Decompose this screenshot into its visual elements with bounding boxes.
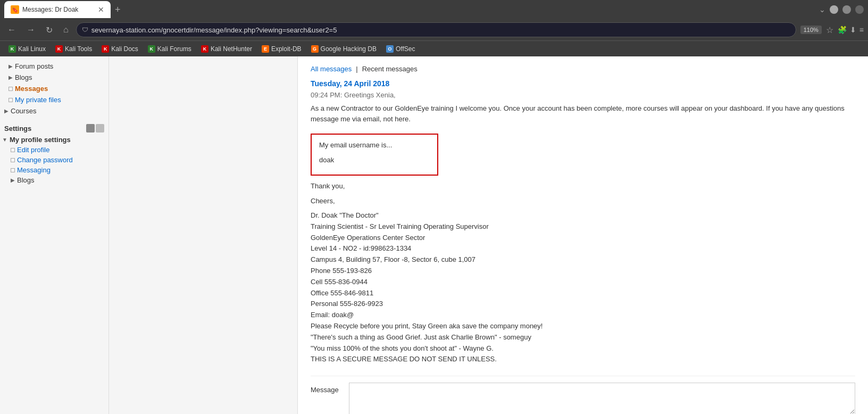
bookmark-label: Kali Linux — [18, 45, 46, 53]
tab-close-icon[interactable]: ✕ — [98, 5, 104, 14]
settings-icon-1[interactable] — [86, 124, 95, 133]
signature-line: Dr. Doak "The Doctor" — [311, 210, 855, 221]
zoom-badge: 110% — [800, 26, 822, 34]
sidebar-item-change-password[interactable]: Change password — [0, 155, 108, 165]
kali-tools-favicon: K — [55, 45, 63, 53]
sidebar-item-courses[interactable]: ▶ Courses — [0, 105, 108, 117]
kali-linux-favicon: K — [9, 45, 16, 53]
sidebar-item-messaging[interactable]: Messaging — [0, 165, 108, 175]
google-hacking-favicon: G — [311, 45, 319, 53]
browser-chrome: 🔖 Messages: Dr Doak ✕ + ⌄ ← → ↻ ⌂ 🛡 seve… — [0, 0, 868, 56]
download-icon[interactable]: ⬇ — [850, 26, 856, 34]
tab-bar-menu[interactable]: ⌄ — [819, 5, 825, 14]
settings-section: Settings — [0, 121, 108, 135]
bookmark-label: Kali NetHunter — [211, 45, 252, 53]
bullet-icon — [11, 158, 15, 162]
change-password-label: Change password — [17, 156, 73, 164]
kali-docs-favicon: K — [102, 45, 109, 53]
reply-label: Message — [311, 383, 343, 394]
bullet-icon — [9, 87, 13, 91]
sidebar-item-label: Courses — [11, 107, 36, 115]
bookmark-label: Kali Docs — [111, 45, 138, 53]
signature-line: Phone 555-193-826 — [311, 266, 855, 277]
sidebar-item-blogs-profile[interactable]: ▶ Blogs — [0, 175, 108, 185]
refresh-button[interactable]: ↻ — [43, 23, 56, 37]
tab-bar: 🔖 Messages: Dr Doak ✕ + ⌄ — [0, 0, 868, 19]
sidebar: ▶ Forum posts ▶ Blogs Messages My privat… — [0, 56, 109, 414]
shield-icon: 🛡 — [82, 26, 88, 34]
signature-line: GoldenEye Operations Center Sector — [311, 233, 855, 244]
profile-icon — [830, 5, 838, 14]
bookmark-offsec[interactable]: O OffSec — [382, 44, 419, 54]
highlighted-email-box: My email username is... doak — [311, 134, 438, 176]
kali-nethunter-favicon: K — [201, 45, 208, 53]
new-tab-button[interactable]: + — [113, 2, 123, 18]
url-text: severnaya-station.com/gnocertdir/message… — [91, 26, 337, 34]
kali-forums-favicon: K — [148, 45, 155, 53]
offsec-favicon: O — [386, 45, 394, 53]
reply-area: Message — [311, 376, 855, 414]
middle-panel — [109, 56, 298, 414]
bookmark-kali-docs[interactable]: K Kali Docs — [97, 44, 143, 54]
sidebar-item-blogs[interactable]: ▶ Blogs — [0, 72, 108, 83]
active-tab[interactable]: 🔖 Messages: Dr Doak ✕ — [4, 1, 111, 18]
nav-right-icons: 🧩 ⬇ ≡ — [838, 26, 864, 34]
all-messages-link[interactable]: All messages — [311, 65, 352, 73]
message-body-1: As a new Contractor to our GoldenEye tra… — [311, 103, 855, 124]
signature-line: THIS IS A SECURE MESSAGE DO NOT SEND IT … — [311, 354, 855, 365]
sidebar-item-forum-posts[interactable]: ▶ Forum posts — [0, 61, 108, 72]
menu-icon[interactable]: ≡ — [859, 26, 864, 34]
settings-icon-2[interactable] — [96, 124, 104, 133]
bookmark-kali-forums[interactable]: K Kali Forums — [144, 44, 196, 54]
signature-line: Personal 555-826-9923 — [311, 299, 855, 310]
message-time: 09:24 PM: — [311, 91, 342, 99]
address-bar[interactable]: 🛡 severnaya-station.com/gnocertdir/messa… — [76, 22, 796, 37]
back-button[interactable]: ← — [4, 23, 19, 37]
blogs-label: Blogs — [17, 176, 35, 184]
bookmark-kali-nethunter[interactable]: K Kali NetHunter — [197, 44, 256, 54]
bookmark-label: Kali Tools — [65, 45, 92, 53]
bookmarks-bar: K Kali Linux K Kali Tools K Kali Docs K … — [0, 40, 868, 56]
tab-favicon: 🔖 — [11, 5, 19, 14]
highlighted-line-1: My email username is... — [319, 140, 430, 151]
home-button[interactable]: ⌂ — [60, 23, 72, 37]
bookmark-kali-tools[interactable]: K Kali Tools — [51, 44, 96, 54]
star-icon[interactable]: ☆ — [826, 25, 833, 35]
signature-line: "You miss 100% of the shots you don't sh… — [311, 343, 855, 354]
message-signature: Dr. Doak "The Doctor"Training Scientist … — [311, 210, 855, 365]
highlighted-line-2: doak — [319, 155, 430, 165]
bookmark-kali-linux[interactable]: K Kali Linux — [4, 44, 50, 54]
sidebar-item-label: My private files — [15, 96, 61, 104]
bookmark-google-hacking-db[interactable]: G Google Hacking DB — [307, 44, 381, 54]
chevron-right-icon: ▶ — [9, 74, 13, 80]
extensions-icon[interactable]: 🧩 — [838, 26, 847, 34]
sidebar-item-messages[interactable]: Messages — [0, 83, 108, 94]
signature-line: Level 14 - NO2 - id:998623-1334 — [311, 243, 855, 254]
window-min — [855, 5, 864, 14]
reply-textarea[interactable] — [349, 383, 855, 414]
edit-profile-label: Edit profile — [17, 146, 49, 154]
message-greeting: Greetings Xenia, — [344, 91, 396, 99]
bullet-icon — [9, 98, 13, 102]
signature-line: Training Scientist - Sr Level Training O… — [311, 221, 855, 233]
exploit-db-favicon: E — [262, 45, 269, 53]
chevron-right-icon: ▶ — [9, 63, 13, 69]
nav-bar: ← → ↻ ⌂ 🛡 severnaya-station.com/gnocertd… — [0, 19, 868, 40]
sidebar-item-label: Forum posts — [15, 62, 53, 70]
my-profile-settings[interactable]: ▼ My profile settings — [0, 135, 108, 145]
sidebar-item-label: Messages — [15, 85, 48, 93]
signature-line: Office 555-846-9811 — [311, 288, 855, 299]
forward-button[interactable]: → — [23, 23, 38, 37]
sidebar-item-edit-profile[interactable]: Edit profile — [0, 145, 108, 155]
signature-line: Please Recycle before you print, Stay Gr… — [311, 321, 855, 332]
bookmark-label: Kali Forums — [157, 45, 191, 53]
message-date: Tuesday, 24 April 2018 — [311, 79, 855, 88]
page-container: ▶ Forum posts ▶ Blogs Messages My privat… — [0, 56, 868, 414]
signature-line: Campus 4, Building 57, Floor -8, Sector … — [311, 254, 855, 266]
my-profile-label: My profile settings — [10, 136, 71, 144]
sidebar-item-label: Blogs — [15, 73, 32, 81]
sidebar-item-private-files[interactable]: My private files — [0, 94, 108, 105]
bookmark-label: Google Hacking DB — [321, 45, 377, 53]
chevron-right-icon: ▶ — [4, 108, 9, 114]
bookmark-exploit-db[interactable]: E Exploit-DB — [257, 44, 306, 54]
